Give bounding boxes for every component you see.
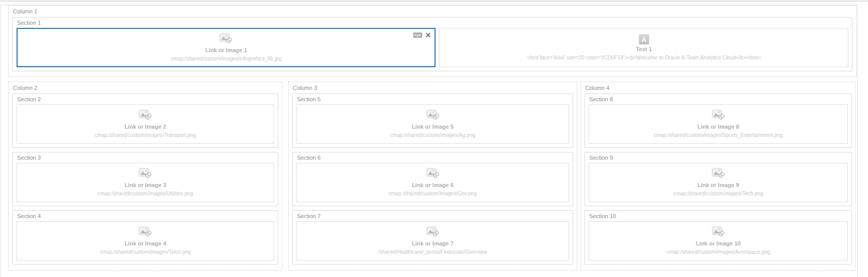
link-image-icon (712, 168, 725, 180)
link-image-icon (139, 110, 152, 122)
layout-column-1[interactable]: Column 1Section 1xyz✕Link or Image 1cmap… (8, 5, 857, 77)
layout-section-section-7[interactable]: Section 7Link or Image 7/shared/Healthca… (292, 210, 573, 265)
link-image-icon (139, 168, 152, 180)
item-caption: /shared/Healthcare/_portal/Financials/Ov… (378, 249, 487, 255)
item-title: Link or Image 10 (696, 240, 741, 247)
layout-section-section-6[interactable]: Section 6Link or Image 6cmap:/shared/cus… (292, 152, 573, 206)
item-caption: cmap:/shared/custom/images/Telco.png (100, 249, 191, 255)
section-label: Section 6 (293, 152, 573, 163)
section-items: Link or Image 4cmap:/shared/custom/image… (13, 221, 278, 264)
toolbar-divider (0, 1, 868, 2)
column-label: Column 4 (581, 82, 856, 94)
layout-section-section-3[interactable]: Section 3Link or Image 3cmap:/shared/cus… (12, 152, 278, 206)
item-title: Link or Image 2 (125, 124, 167, 130)
section-label: Section 9 (585, 152, 851, 163)
item-caption: <font face='Arial' size=20 color='#CD0F1… (527, 55, 760, 61)
section-label: Section 2 (13, 94, 278, 104)
column-label: Column 2 (9, 82, 282, 94)
link-image-icon (426, 110, 440, 122)
item-title: Link or Image 7 (412, 240, 454, 247)
link-image-icon (139, 226, 152, 239)
section-items: Link or Image 9cmap:/shared/custom/image… (585, 163, 851, 206)
layout-column-4[interactable]: Column 4Section 8Link or Image 8cmap:/sh… (580, 82, 856, 271)
item-title: Link or Image 6 (412, 182, 454, 189)
layout-section-section-9[interactable]: Section 9Link or Image 9cmap:/shared/cus… (585, 152, 852, 206)
section-label: Section 1 (13, 18, 852, 28)
link-image-item[interactable]: Link or Image 8cmap:/shared/custom/image… (589, 104, 848, 144)
item-caption: cmap:/shared/custom/images/Gov.png (388, 191, 476, 197)
link-image-item[interactable]: Link or Image 6cmap:/shared/custom/image… (296, 163, 569, 202)
column-label: Column 3 (289, 82, 577, 94)
layout-column-3[interactable]: Column 3Section 5Link or Image 5cmap:/sh… (288, 82, 577, 271)
properties-xyz-icon[interactable]: xyz (413, 33, 422, 38)
layout-column-2[interactable]: Column 2Section 2Link or Image 2cmap:/sh… (8, 82, 282, 271)
item-caption: cmap:/shared/custom/images/Transport.png (95, 132, 196, 138)
section-label: Section 5 (293, 94, 573, 104)
delete-item-icon[interactable]: ✕ (425, 32, 431, 39)
section-items: xyz✕Link or Image 1cmap:/shared/custom/i… (13, 28, 852, 71)
link-image-icon (712, 110, 725, 122)
link-image-icon (426, 226, 440, 239)
section-items: Link or Image 5cmap:/shared/custom/image… (293, 104, 573, 147)
item-caption: cmap:/shared/custom/images/Tech.png (674, 191, 764, 197)
link-image-item[interactable]: Link or Image 2cmap:/shared/custom/image… (17, 104, 274, 144)
section-label: Section 8 (585, 94, 851, 104)
layout-section-section-1[interactable]: Section 1xyz✕Link or Image 1cmap:/shared… (12, 17, 852, 71)
link-image-item[interactable]: Link or Image 5cmap:/shared/custom/image… (296, 104, 569, 144)
item-caption: cmap:/shared/custom/images/Ag.png (390, 132, 475, 138)
section-label: Section 7 (293, 211, 573, 221)
link-image-item[interactable]: Link or Image 9cmap:/shared/custom/image… (589, 163, 848, 202)
section-items: Link or Image 8cmap:/shared/custom/image… (585, 104, 851, 147)
section-label: Section 4 (13, 211, 278, 221)
link-image-item[interactable]: Link or Image 4cmap:/shared/custom/image… (17, 221, 274, 260)
link-image-icon (426, 168, 440, 180)
link-image-item[interactable]: xyz✕Link or Image 1cmap:/shared/custom/i… (17, 28, 436, 67)
section-items: Link or Image 3cmap:/shared/custom/image… (13, 163, 278, 206)
link-image-item[interactable]: Link or Image 10cmap:/shared/custom/imag… (589, 221, 848, 260)
section-label: Section 10 (585, 211, 851, 221)
section-items: Link or Image 2cmap:/shared/custom/image… (13, 104, 278, 147)
item-title: Text 1 (636, 46, 652, 53)
section-label: Section 3 (13, 152, 278, 163)
link-image-item[interactable]: Link or Image 7/shared/Healthcare/_porta… (296, 221, 569, 260)
link-image-icon (219, 33, 233, 45)
item-caption: cmap:/shared/custom/images/Utilities.png (97, 191, 193, 197)
item-caption: cmap:/shared/custom/images/infograhics_6… (171, 56, 282, 62)
layout-section-section-2[interactable]: Section 2Link or Image 2cmap:/shared/cus… (12, 94, 278, 148)
item-caption: cmap:/shared/custom/images/Areospace.png (666, 249, 770, 255)
section-items: Link or Image 6cmap:/shared/custom/image… (293, 163, 573, 206)
item-title: Link or Image 3 (125, 182, 167, 189)
layout-section-section-4[interactable]: Section 4Link or Image 4cmap:/shared/cus… (12, 210, 278, 265)
layout-section-section-10[interactable]: Section 10Link or Image 10cmap:/shared/c… (585, 210, 852, 265)
link-image-item[interactable]: Link or Image 3cmap:/shared/custom/image… (17, 163, 274, 202)
item-caption: cmap:/shared/custom/images/Sports_Entert… (654, 132, 783, 138)
link-image-icon (712, 226, 725, 239)
section-items: Link or Image 7/shared/Healthcare/_porta… (293, 221, 573, 264)
selected-item-tools: xyz✕ (413, 32, 431, 39)
item-title: Link or Image 1 (205, 47, 247, 54)
layout-section-section-8[interactable]: Section 8Link or Image 8cmap:/shared/cus… (585, 94, 852, 148)
layout-section-section-5[interactable]: Section 5Link or Image 5cmap:/shared/cus… (292, 94, 573, 148)
item-title: Link or Image 4 (125, 240, 167, 247)
item-title: Link or Image 9 (697, 182, 739, 189)
section-items: Link or Image 10cmap:/shared/custom/imag… (585, 221, 851, 264)
text-icon: A (639, 34, 649, 44)
text-item[interactable]: AText 1<font face='Arial' size=20 color=… (439, 28, 848, 67)
item-title: Link or Image 5 (412, 124, 454, 130)
column-label: Column 1 (9, 6, 856, 17)
item-title: Link or Image 8 (697, 124, 739, 130)
